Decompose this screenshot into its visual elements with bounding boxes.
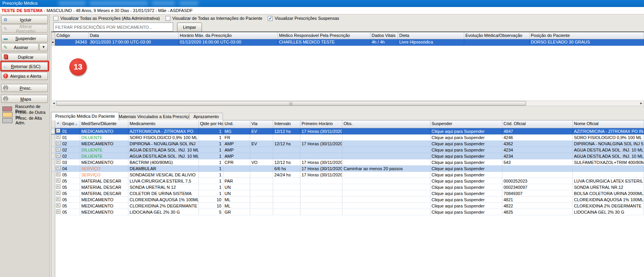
expand-plus-icon[interactable]: + bbox=[56, 191, 60, 195]
expand-plus-icon[interactable]: + bbox=[56, 129, 60, 133]
expand-plus-icon[interactable]: + bbox=[56, 178, 60, 183]
checkbox-icon[interactable] bbox=[165, 16, 170, 21]
expand-plus-icon[interactable]: + bbox=[56, 147, 60, 152]
mapa-print-button[interactable]: Mapa bbox=[1, 95, 48, 103]
table-row[interactable]: +02MEDICAMENTODIPIRONA - NOVALGINA SOL I… bbox=[51, 141, 644, 147]
column-header[interactable]: Data bbox=[89, 32, 179, 39]
limpar-button[interactable]: Limpar bbox=[177, 23, 202, 32]
checkbox-todas-prescricoes[interactable]: Visualizar Todas as Prescrições (Alta Ad… bbox=[53, 16, 160, 21]
grid-cell-group: 03 bbox=[61, 159, 80, 166]
column-header[interactable]: Med/Serv/Diluente bbox=[80, 120, 128, 128]
table-row[interactable]: +05MEDICAMENTOCLOREXIDINA 2% DEGERMANTE1… bbox=[51, 203, 644, 209]
table-row[interactable]: ▸+01MEDICAMENTOAZITROMICINA - ZITROMAX P… bbox=[51, 128, 644, 134]
column-header[interactable]: Posição do Paciente bbox=[530, 32, 644, 39]
table-row[interactable]: +05MATERIAL DESCARCOLETOR DE URINA SISTE… bbox=[51, 190, 644, 197]
grid-cell-primeiro bbox=[300, 178, 342, 184]
expand-cell: + bbox=[55, 209, 61, 215]
duplicar-button[interactable]: Duplicar bbox=[1, 53, 48, 61]
table-row[interactable]: +04SERVIÇODEAMBULAR16/6 hs17 Horas (30/1… bbox=[51, 166, 644, 172]
column-header[interactable]: Nome Oficial bbox=[573, 120, 644, 128]
table-row[interactable]: +05MATERIAL DESCARSONDA URETRAL N 121UNC… bbox=[51, 184, 644, 190]
column-header[interactable]: Dados Vitais bbox=[370, 32, 398, 39]
tab-aprazamento[interactable]: Aprazamento bbox=[189, 113, 223, 120]
expand-plus-icon[interactable]: + bbox=[56, 197, 60, 201]
grid-cell-qtde: 1 bbox=[199, 178, 223, 184]
column-header-grupo[interactable]: Grupo▲ bbox=[61, 120, 80, 128]
expand-plus-icon[interactable]: + bbox=[56, 135, 60, 139]
expand-plus-icon[interactable]: + bbox=[56, 153, 60, 158]
column-header[interactable]: Código bbox=[55, 32, 89, 39]
expand-plus-icon[interactable]: + bbox=[56, 203, 60, 207]
suspend-link[interactable]: Clique aqui para Suspender bbox=[430, 184, 502, 190]
grid-cell-cod: 4246 bbox=[502, 134, 573, 141]
patient-details: - MASCULINO - 48 Anos, 9 Meses e 30 Dias… bbox=[43, 8, 193, 13]
tab-prescricao-medica[interactable]: Prescrição Médica Do Paciente bbox=[51, 112, 119, 120]
suspend-link[interactable]: Clique aqui para Suspender bbox=[430, 178, 502, 184]
grid-cell-qtde: 1 bbox=[199, 153, 223, 159]
assinar-button[interactable]: ✎Assinar bbox=[1, 43, 39, 51]
table-row[interactable]: +05MATERIAL DESCARLUVA CIRURGICA ESTERIL… bbox=[51, 178, 644, 184]
suspend-link[interactable]: Clique aqui para Suspender bbox=[430, 128, 502, 134]
suspend-link[interactable]: Clique aqui para Suspender bbox=[430, 172, 502, 178]
expand-plus-icon[interactable]: + bbox=[56, 160, 60, 164]
medication-filter-input[interactable] bbox=[53, 23, 173, 31]
scrollbar-thumb[interactable] bbox=[56, 101, 526, 106]
incluir-button[interactable]: ⚙Incluir bbox=[1, 16, 48, 24]
suspend-link[interactable]: Clique aqui para Suspender bbox=[430, 197, 502, 203]
column-header[interactable]: Intervalo bbox=[273, 120, 300, 128]
column-header[interactable]: Horário Máx. da Prescrição bbox=[179, 32, 278, 39]
expand-plus-icon[interactable]: + bbox=[56, 141, 60, 145]
suspend-link[interactable]: Clique aqui para Suspender bbox=[430, 153, 502, 159]
grid-cell-und: MG bbox=[223, 128, 250, 134]
assinar-dropdown-button[interactable]: ▼ bbox=[39, 43, 48, 51]
scroll-left-icon[interactable]: ◀ bbox=[51, 101, 56, 106]
column-header[interactable]: Médico Responsável Pela Prescrição bbox=[278, 32, 370, 39]
table-row[interactable]: +05SERVIÇOSONDAGEM VESICAL DE ALíVIO124/… bbox=[51, 172, 644, 178]
column-header[interactable]: Obs. bbox=[342, 120, 430, 128]
grid-cell-qtde: 1 bbox=[199, 190, 223, 197]
suspend-link[interactable]: Clique aqui para Suspender bbox=[430, 209, 502, 215]
checkbox-todas-internacoes[interactable]: Visualizar de Todas as Internações do Pa… bbox=[165, 16, 262, 21]
column-header[interactable]: Primeiro Horário bbox=[300, 120, 342, 128]
expand-plus-icon[interactable]: + bbox=[56, 166, 60, 170]
column-header[interactable]: Qtde por Hora bbox=[199, 120, 223, 128]
expand-plus-icon[interactable]: + bbox=[56, 209, 60, 214]
column-header[interactable]: Via bbox=[250, 120, 273, 128]
scroll-right-icon[interactable]: ▶ bbox=[639, 101, 644, 106]
grid-cell-type: MEDICAMENTO bbox=[80, 159, 128, 166]
suspend-link[interactable]: Clique aqui para Suspender bbox=[430, 166, 502, 172]
table-row[interactable]: +01DILUENTESORO FISIOLOGICO 0,9% 100 ML1… bbox=[51, 134, 644, 141]
column-header[interactable]: Cód. Oficial bbox=[502, 120, 573, 128]
column-header[interactable]: Medicamento bbox=[128, 120, 199, 128]
alterar-rascunho-button[interactable]: ✎Alterar Rascunho bbox=[1, 24, 48, 33]
table-row[interactable]: +03MEDICAMENTOBACTRIM (400/80MG)1CPRVO12… bbox=[51, 159, 644, 166]
suspend-link[interactable]: Clique aqui para Suspender bbox=[430, 134, 502, 141]
column-header[interactable]: Evolução Médica/Observação bbox=[464, 32, 530, 39]
tab-materiais-vinculados[interactable]: Materiais Vinculados a Esta Prescrição bbox=[114, 113, 197, 120]
table-row[interactable]: +05MEDICAMENTOLIDOCAINA GEL 2% 30 G5GRCl… bbox=[51, 209, 644, 215]
column-header[interactable]: Dieta bbox=[398, 32, 464, 39]
suspend-link[interactable]: Clique aqui para Suspender bbox=[430, 159, 502, 166]
presc-print-button[interactable]: Presc. bbox=[1, 84, 48, 92]
table-row[interactable]: +02DILUENTEAGUA DESTILADA SOL. INJ. 10 M… bbox=[51, 147, 644, 153]
checkbox-prescricoes-suspensas[interactable]: Visualizar Prescrições Suspensas bbox=[268, 16, 339, 21]
horizontal-scrollbar[interactable]: ◀ ▶ bbox=[51, 101, 644, 106]
retornar-button[interactable]: ←Retornar (ESC) bbox=[1, 62, 48, 70]
suspend-link[interactable]: Clique aqui para Suspender bbox=[430, 147, 502, 153]
grid-cell-nome bbox=[573, 166, 644, 172]
grid-cell-group: 05 bbox=[61, 190, 80, 197]
table-row[interactable]: +05MEDICAMENTOCLOREXIDINA AQUOSA 1% 100M… bbox=[51, 197, 644, 203]
suspend-link[interactable]: Clique aqui para Suspender bbox=[430, 141, 502, 147]
column-header[interactable]: Und. bbox=[223, 120, 250, 128]
checkbox-icon[interactable] bbox=[53, 16, 58, 21]
table-row[interactable]: +02DILUENTEAGUA DESTILADA SOL. INJ. 10 M… bbox=[51, 153, 644, 159]
suspend-link[interactable]: Clique aqui para Suspender bbox=[430, 203, 502, 209]
alergias-alerta-button[interactable]: !Alergias e Alerta bbox=[1, 72, 48, 80]
expand-plus-icon[interactable]: + bbox=[56, 172, 60, 176]
prescription-row-selected[interactable]: ▸ 34343 30/11/2020 17:00:00 UTC-03:00 01… bbox=[51, 39, 644, 46]
column-header[interactable]: Suspender bbox=[430, 120, 502, 128]
suspend-link[interactable]: Clique aqui para Suspender bbox=[430, 190, 502, 197]
check-icon[interactable] bbox=[268, 16, 273, 21]
expand-plus-icon[interactable]: + bbox=[56, 185, 60, 189]
suspender-button[interactable]: Suspender bbox=[1, 34, 48, 42]
